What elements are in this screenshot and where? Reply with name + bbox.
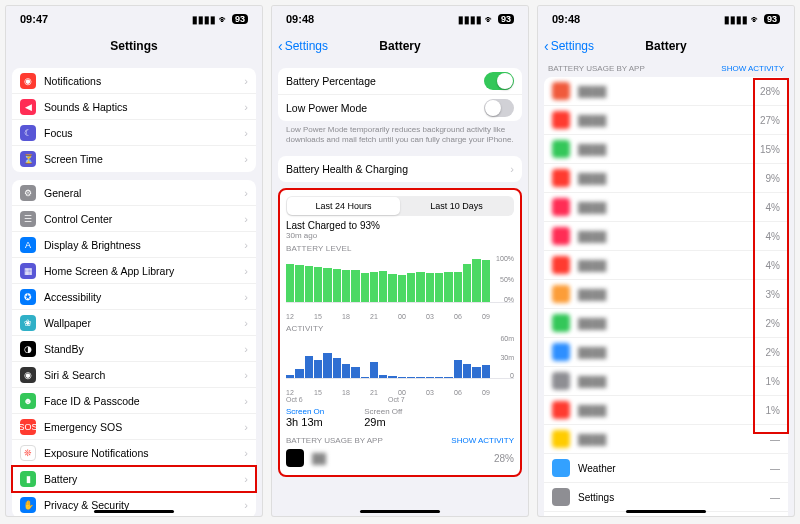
settings-label: Siri & Search — [44, 369, 244, 381]
settings-row[interactable]: ✪Accessibility› — [12, 284, 256, 310]
settings-row[interactable]: ❀Wallpaper› — [12, 310, 256, 336]
app-name: ████ — [578, 202, 752, 213]
app-usage-row[interactable]: ████— — [544, 425, 788, 454]
activity-bar — [351, 367, 359, 378]
app-name: ████ — [578, 144, 752, 155]
settings-row[interactable]: ⚙General› — [12, 180, 256, 206]
app-usage-row[interactable]: ████9% — [544, 164, 788, 193]
settings-content[interactable]: ◉Notifications›◀Sounds & Haptics›☾Focus›… — [6, 60, 262, 516]
chevron-right-icon: › — [244, 75, 248, 87]
nav-header: Settings — [6, 32, 262, 60]
settings-label: StandBy — [44, 343, 244, 355]
app-usage-row[interactable]: ████1% — [544, 367, 788, 396]
usage-header: BATTERY USAGE BY APP SHOW ACTIVITY — [286, 436, 514, 445]
show-activity-button[interactable]: SHOW ACTIVITY — [721, 64, 784, 73]
back-button[interactable]: ‹ Settings — [544, 38, 594, 54]
app-icon — [552, 169, 570, 187]
settings-label: Emergency SOS — [44, 421, 244, 433]
wifi-icon: ᯤ — [751, 14, 761, 25]
chevron-right-icon: › — [244, 317, 248, 329]
app-name: Settings — [578, 492, 752, 503]
screen-on-value: 3h 13m — [286, 416, 324, 428]
settings-icon: ◉ — [20, 73, 36, 89]
app-pct: 1% — [752, 376, 780, 387]
settings-icon: ✪ — [20, 289, 36, 305]
settings-icon: ☾ — [20, 125, 36, 141]
settings-label: Battery — [44, 473, 244, 485]
battery-bar — [444, 272, 452, 302]
usage-first-app[interactable]: ██ 28% — [286, 445, 514, 471]
battery-content[interactable]: Battery Percentage Low Power Mode Low Po… — [272, 60, 528, 516]
app-usage-row[interactable]: ████3% — [544, 280, 788, 309]
app-pct: 2% — [752, 318, 780, 329]
activity-bar — [388, 376, 396, 378]
activity-bar — [379, 375, 387, 379]
settings-row[interactable]: SOSEmergency SOS› — [12, 414, 256, 440]
settings-label: Control Center — [44, 213, 244, 225]
app-icon — [552, 314, 570, 332]
activity-x-labels: 1215182100030609 — [286, 389, 514, 396]
settings-icon: A — [20, 237, 36, 253]
settings-row[interactable]: ◉Notifications› — [12, 68, 256, 94]
back-button[interactable]: ‹ Settings — [278, 38, 328, 54]
app-usage-row[interactable]: ████4% — [544, 222, 788, 251]
settings-row[interactable]: ❊Exposure Notifications› — [12, 440, 256, 466]
back-label: Settings — [551, 39, 594, 53]
app-usage-row[interactable]: ████2% — [544, 309, 788, 338]
settings-label: Home Screen & App Library — [44, 265, 244, 277]
settings-row[interactable]: ☻Face ID & Passcode› — [12, 388, 256, 414]
battery-percentage-row[interactable]: Battery Percentage — [278, 68, 522, 95]
low-power-row[interactable]: Low Power Mode — [278, 95, 522, 121]
settings-row[interactable]: ▦Home Screen & App Library› — [12, 258, 256, 284]
activity-bar — [361, 377, 369, 378]
battery-health-row[interactable]: Battery Health & Charging › — [278, 156, 522, 182]
settings-row[interactable]: ADisplay & Brightness› — [12, 232, 256, 258]
app-usage-row[interactable]: Weather— — [544, 454, 788, 483]
settings-icon: ◑ — [20, 341, 36, 357]
last-charged-sub: 30m ago — [286, 231, 514, 240]
app-usage-row[interactable]: ████27% — [544, 106, 788, 135]
date-oct7: Oct 7 — [388, 396, 490, 403]
bp-toggle[interactable] — [484, 72, 514, 90]
screen-time-stats: Screen On 3h 13m Screen Off 29m — [286, 407, 514, 428]
settings-row[interactable]: ◉Siri & Search› — [12, 362, 256, 388]
show-activity-button[interactable]: SHOW ACTIVITY — [451, 436, 514, 445]
chevron-left-icon: ‹ — [544, 38, 549, 54]
battery-pct: 93 — [232, 14, 248, 24]
battery-bar — [286, 264, 294, 302]
app-usage-row[interactable]: ████4% — [544, 193, 788, 222]
home-indicator[interactable] — [94, 510, 174, 513]
usage-content[interactable]: BATTERY USAGE BY APP SHOW ACTIVITY ████2… — [538, 60, 794, 516]
app-usage-row[interactable]: ████28% — [544, 77, 788, 106]
settings-row[interactable]: ◑StandBy› — [12, 336, 256, 362]
settings-row[interactable]: ☾Focus› — [12, 120, 256, 146]
app-usage-row[interactable]: ████4% — [544, 251, 788, 280]
chevron-right-icon: › — [244, 447, 248, 459]
settings-icon: ▦ — [20, 263, 36, 279]
app-name: ████ — [578, 173, 752, 184]
settings-row[interactable]: ▮Battery› — [12, 466, 256, 492]
seg-24h[interactable]: Last 24 Hours — [287, 197, 400, 215]
lpm-toggle[interactable] — [484, 99, 514, 117]
settings-row[interactable]: ◀Sounds & Haptics› — [12, 94, 256, 120]
activity-bar — [314, 360, 322, 378]
home-indicator[interactable] — [360, 510, 440, 513]
app-name: ████ — [578, 231, 752, 242]
seg-10d[interactable]: Last 10 Days — [400, 197, 513, 215]
home-indicator[interactable] — [626, 510, 706, 513]
settings-icon: ☻ — [20, 393, 36, 409]
time-range-segmented[interactable]: Last 24 Hours Last 10 Days — [286, 196, 514, 216]
app-usage-row[interactable]: ████15% — [544, 135, 788, 164]
yl-50: 50% — [490, 276, 514, 283]
settings-label: Sounds & Haptics — [44, 101, 244, 113]
usage-by-app-label: BATTERY USAGE BY APP — [548, 64, 645, 73]
battery-bar — [379, 271, 387, 302]
app-usage-row[interactable]: ████2% — [544, 338, 788, 367]
settings-row[interactable]: ☰Control Center› — [12, 206, 256, 232]
settings-row[interactable]: ⏳Screen Time› — [12, 146, 256, 172]
app-usage-row[interactable]: ████1% — [544, 396, 788, 425]
wifi-icon: ᯤ — [485, 14, 495, 25]
settings-icon: ◉ — [20, 367, 36, 383]
app-usage-row[interactable]: Settings— — [544, 483, 788, 512]
lpm-footnote: Low Power Mode temporarily reduces backg… — [278, 121, 522, 148]
